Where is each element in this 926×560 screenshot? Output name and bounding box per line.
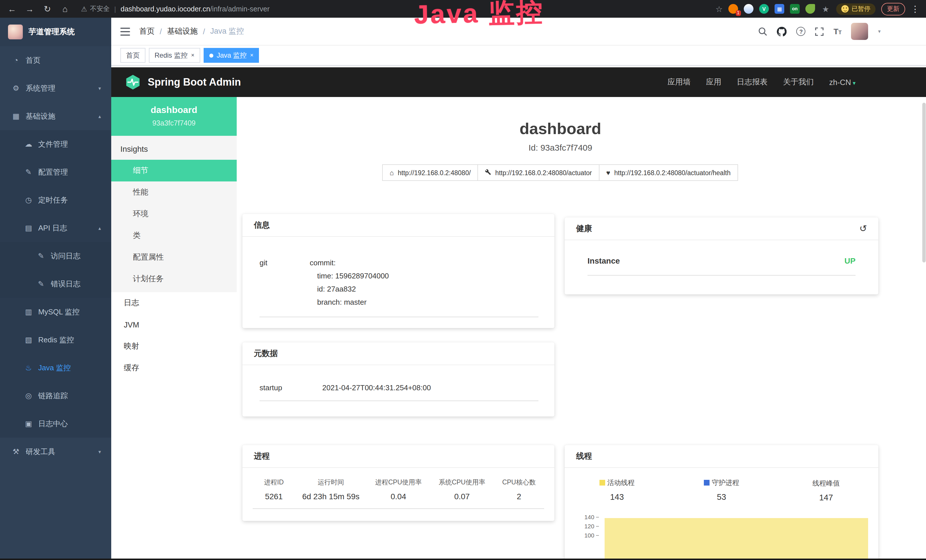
sidebar-item-label: Java 监控	[38, 363, 71, 373]
close-icon[interactable]: ×	[191, 53, 195, 58]
sidebar-item-file-management[interactable]: ☁ 文件管理	[0, 130, 111, 158]
sidebar-item-scheduled-jobs[interactable]: ◷ 定时任务	[0, 186, 111, 214]
font-size-icon[interactable]: TT	[834, 27, 841, 36]
sba-menu-classes[interactable]: 类	[111, 225, 237, 247]
sba-nav-wallboard[interactable]: 应用墙	[667, 77, 690, 87]
update-button[interactable]: 更新	[881, 3, 905, 15]
health-url-link[interactable]: ♥ http://192.168.0.2:48080/actuator/heal…	[599, 164, 738, 181]
bookmark-star-icon[interactable]: ☆	[716, 4, 723, 14]
threads-card-title: 线程	[565, 445, 878, 468]
url-host: dashboard.yudao.iocoder.cn	[121, 5, 210, 13]
history-icon[interactable]: ↺	[859, 223, 867, 234]
sidebar-item-home[interactable]: ◔ 首页	[0, 46, 111, 74]
process-col-cpu-cores: CPU核心数 2	[494, 478, 544, 501]
threads-card: 线程 活动线程 143 守护进程 53	[565, 445, 878, 560]
help-icon[interactable]: ?	[796, 27, 806, 36]
close-icon[interactable]: ×	[250, 53, 254, 58]
sidebar-item-infrastructure[interactable]: ▦ 基础设施 ▴	[0, 102, 111, 130]
sba-menu-config-props[interactable]: 配置属性	[111, 247, 237, 268]
avatar[interactable]	[851, 23, 869, 40]
tab-redis-monitor[interactable]: Redis 监控 ×	[149, 48, 200, 63]
url-text[interactable]: dashboard.yudao.iocoder.cn/infra/admin-s…	[121, 5, 270, 13]
sba-menu-caches[interactable]: 缓存	[111, 357, 237, 379]
breadcrumb-infrastructure[interactable]: 基础设施	[167, 26, 198, 36]
hamburger-icon[interactable]	[120, 27, 130, 36]
git-label: git	[260, 256, 310, 309]
legend-value: 143	[565, 492, 669, 501]
tags-view: 首页 Redis 监控 × Java 监控 ×	[111, 45, 926, 66]
sba-menu-scheduled-tasks[interactable]: 计划任务	[111, 268, 237, 290]
page-scrollbar[interactable]	[922, 103, 926, 262]
extension-drop-icon[interactable]	[744, 4, 754, 14]
sidebar-item-redis-monitor[interactable]: ▧ Redis 监控	[0, 326, 111, 354]
sidebar-item-label: 链路追踪	[38, 390, 68, 401]
legend-label: 活动线程	[607, 478, 634, 487]
live-threads-area	[605, 518, 868, 560]
sidebar-item-java-monitor[interactable]: ♨ Java 监控	[0, 354, 111, 382]
breadcrumb-home[interactable]: 首页	[139, 26, 154, 36]
actuator-url-link[interactable]: http://192.168.0.2:48080/actuator	[478, 164, 599, 181]
extension-leaf-icon[interactable]	[805, 4, 815, 14]
tab-java-monitor[interactable]: Java 监控 ×	[204, 48, 259, 63]
avatar-caret-icon[interactable]: ▾	[878, 29, 881, 34]
extension-pin-icon[interactable]: ★	[821, 4, 831, 14]
sidebar-item-system[interactable]: ⚙ 系统管理 ▾	[0, 74, 111, 102]
startup-row: startup 2021-04-27T00:44:31.254+08:00	[260, 383, 539, 401]
sba-brand-title[interactable]: Spring Boot Admin	[148, 76, 241, 88]
browser-menu-icon[interactable]: ⋮	[911, 4, 920, 14]
sba-menu-metrics[interactable]: 性能	[111, 182, 237, 203]
forward-icon[interactable]: →	[24, 4, 35, 14]
sidebar-item-api-logs[interactable]: ▤ API 日志 ▴	[0, 214, 111, 242]
sidebar-item-label: 配置管理	[38, 167, 68, 177]
tab-home[interactable]: 首页	[120, 48, 145, 63]
breadcrumb-current: Java 监控	[210, 26, 244, 36]
header-actions: ? TT ▾	[758, 23, 881, 40]
home-icon: ⌂	[390, 169, 394, 176]
sidebar-item-config-management[interactable]: ✎ 配置管理	[0, 158, 111, 186]
sba-nav-journal[interactable]: 日志报表	[737, 77, 767, 87]
health-instance-row[interactable]: Instance UP	[587, 256, 856, 275]
sba-menu-mappings[interactable]: 映射	[111, 336, 237, 357]
url-path: /infra/admin-server	[210, 5, 269, 13]
sba-menu-logs[interactable]: 日志	[111, 292, 237, 314]
extension-lion-icon[interactable]: 1	[728, 4, 738, 14]
sba-menu-jvm[interactable]: JVM	[111, 314, 237, 336]
github-icon[interactable]	[777, 27, 787, 36]
sba-menu-environment[interactable]: 环境	[111, 203, 237, 225]
tab-label: 首页	[126, 50, 140, 60]
back-icon[interactable]: ←	[7, 4, 17, 14]
sidebar-item-label: Redis 监控	[38, 334, 74, 345]
tab-label: Redis 监控	[154, 50, 188, 60]
extension-grid-icon[interactable]: ▦	[775, 4, 784, 14]
legend-value: 53	[669, 492, 774, 501]
service-url-link[interactable]: ⌂ http://192.168.0.2:48080/	[382, 164, 478, 181]
chevron-up-icon: ▴	[98, 113, 101, 119]
sba-nav-applications[interactable]: 应用	[706, 77, 721, 87]
paused-badge[interactable]: 已暂停	[836, 3, 876, 15]
admin-sidebar: 芋道管理系统 ◔ 首页 ⚙ 系统管理 ▾ ▦ 基础设施 ▴ ☁	[0, 18, 111, 560]
security-indicator[interactable]: ⚠ 不安全	[81, 5, 110, 13]
fullscreen-icon[interactable]	[816, 27, 824, 36]
col-header: CPU核心数	[494, 478, 544, 487]
home-icon[interactable]: ⌂	[60, 4, 70, 14]
sidebar-item-access-logs[interactable]: ✎ 访问日志	[0, 242, 111, 270]
instance-header[interactable]: dashboard 93a3fc7f7409	[111, 97, 237, 136]
sba-menu-details[interactable]: 细节	[111, 160, 237, 182]
sba-logo-icon[interactable]	[125, 74, 141, 90]
search-icon[interactable]	[758, 27, 767, 36]
sidebar-item-dev-tools[interactable]: ⚒ 研发工具 ▾	[0, 437, 111, 466]
sidebar-item-error-logs[interactable]: ✎ 错误日志	[0, 270, 111, 298]
sba-nav-about[interactable]: 关于我们	[783, 77, 814, 87]
extension-on-icon[interactable]: on	[790, 4, 800, 14]
reload-icon[interactable]: ↻	[42, 4, 53, 14]
gear-icon: ⚙	[11, 84, 21, 92]
address-bar[interactable]: ⚠ 不安全 | dashboard.yudao.iocoder.cn/infra…	[81, 5, 269, 13]
sba-nav-language[interactable]: zh-CN▾	[829, 78, 856, 86]
app-logo[interactable]: 芋道管理系统	[0, 18, 111, 46]
sidebar-item-log-center[interactable]: ▣ 日志中心	[0, 410, 111, 437]
app-header: 首页 / 基础设施 / Java 监控 ?	[111, 18, 926, 45]
sidebar-item-tracing[interactable]: ◎ 链路追踪	[0, 382, 111, 410]
sidebar-item-mysql-monitor[interactable]: ▥ MySQL 监控	[0, 298, 111, 326]
legend-label: 守护进程	[712, 478, 739, 487]
extension-v-icon[interactable]: V	[759, 4, 769, 14]
